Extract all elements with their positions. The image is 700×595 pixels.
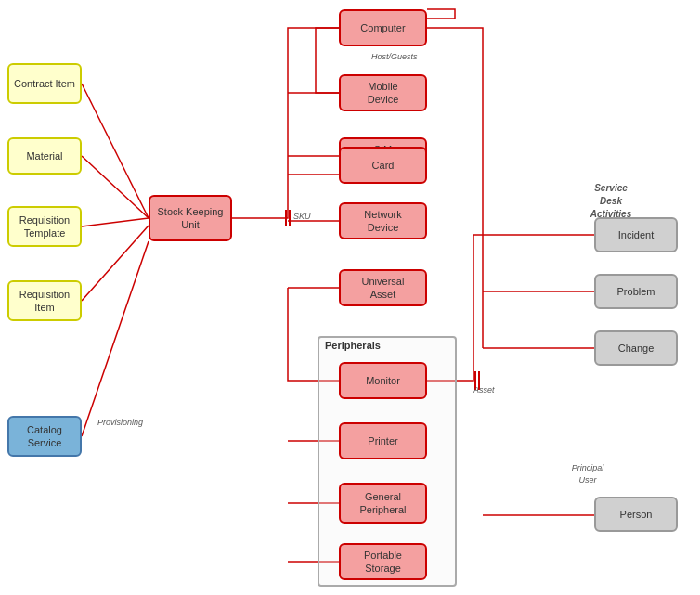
printer-node: Printer: [339, 422, 427, 459]
service-desk-label: ServiceDeskActivities: [574, 182, 648, 221]
asset-label: Asset: [473, 385, 495, 395]
mobile-device-node: MobileDevice: [339, 74, 427, 111]
host-guests-label: Host/Guests: [371, 52, 418, 61]
provisioning-label: Provisioning: [97, 418, 143, 427]
universal-asset-node: UniversalAsset: [339, 269, 427, 306]
general-peripheral-node: GeneralPeripheral: [339, 483, 427, 524]
diagram: Peripherals Contract Item Material Requi…: [0, 0, 700, 595]
change-node: Change: [594, 330, 678, 366]
computer-node: Computer: [339, 9, 427, 46]
card-node: Card: [339, 147, 427, 184]
catalog-service-node: CatalogService: [7, 416, 82, 457]
contract-item-node: Contract Item: [7, 63, 82, 104]
incident-node: Incident: [594, 217, 678, 252]
monitor-node: Monitor: [339, 362, 427, 399]
requisition-item-node: RequisitionItem: [7, 280, 82, 321]
peripherals-label: Peripherals: [325, 340, 381, 351]
person-node: Person: [594, 497, 678, 532]
stock-keeping-unit-node: Stock KeepingUnit: [149, 195, 232, 241]
requisition-template-node: RequisitionTemplate: [7, 206, 82, 247]
network-device-node: NetworkDevice: [339, 202, 427, 239]
portable-storage-node: PortableStorage: [339, 543, 427, 580]
material-node: Material: [7, 137, 82, 175]
sku-label: SKU: [293, 212, 311, 221]
problem-node: Problem: [594, 274, 678, 309]
principal-user-label: PrincipalUser: [555, 462, 620, 485]
